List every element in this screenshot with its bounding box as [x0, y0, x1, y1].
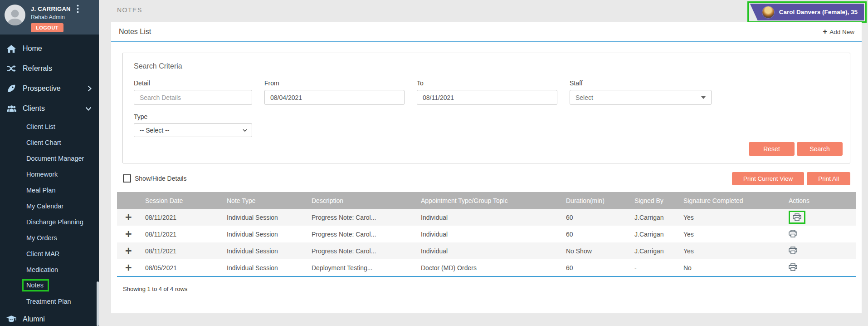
main-area: NOTES Carol Danvers (Female), 35 Notes L…	[99, 0, 868, 326]
printer-icon	[789, 263, 797, 271]
cell-session-date: 08/11/2021	[138, 209, 219, 226]
show-hide-details-checkbox[interactable]	[123, 174, 131, 183]
from-label: From	[264, 79, 405, 87]
cell-signature-completed: No	[676, 259, 781, 276]
patient-avatar	[762, 6, 775, 19]
sidebar-item-label: Alumni	[23, 315, 45, 323]
cell-duration: No Show	[559, 242, 627, 259]
expand-row-button[interactable]: +	[124, 246, 132, 255]
sub-item-label: Meal Plan	[26, 187, 55, 194]
table-row: + 08/11/2021 Individual Session Progress…	[117, 209, 856, 226]
sidebar-item-client-list[interactable]: Client List	[0, 119, 99, 134]
print-row-button[interactable]	[793, 213, 801, 221]
rocket-icon	[6, 84, 16, 93]
patient-name: Carol Danvers (Female), 35	[779, 9, 858, 15]
sub-item-label: Document Manager	[26, 155, 84, 162]
sidebar-item-treatment-plan[interactable]: Treatment Plan	[0, 293, 99, 309]
users-icon	[6, 105, 16, 112]
cell-signed-by: J.Carrigan	[627, 226, 676, 242]
expand-row-button[interactable]: +	[124, 229, 132, 238]
sidebar-item-document-manager[interactable]: Document Manager	[0, 150, 99, 166]
col-appointment: Appointment Type/Group Topic	[414, 192, 559, 209]
sidebar-item-my-orders[interactable]: My Orders	[0, 230, 99, 246]
notes-table: Session Date Note Type Description Appoi…	[117, 192, 856, 277]
sidebar-item-medication[interactable]: Medication	[0, 262, 99, 277]
sidebar-item-discharge-planning[interactable]: Discharge Planning	[0, 214, 99, 230]
cell-note-type: Individual Session	[219, 226, 304, 242]
chevron-down-icon	[85, 107, 92, 111]
staff-select-value: Select	[575, 94, 593, 101]
col-signature-completed: Signature Completed	[676, 192, 781, 209]
printer-icon	[789, 230, 797, 237]
type-select-value: -- Select --	[140, 127, 169, 134]
print-current-view-button[interactable]: Print Current View	[732, 172, 804, 185]
col-signed-by: Signed By	[627, 192, 676, 209]
sidebar-item-home[interactable]: Home	[0, 39, 99, 59]
user-panel: J. CARRIGAN Rehab Admin LOGOUT	[0, 0, 99, 35]
print-row-button[interactable]	[789, 263, 797, 271]
cell-signed-by: -	[627, 259, 676, 276]
kebab-menu-icon[interactable]	[77, 5, 79, 13]
cell-duration: 60	[559, 259, 627, 276]
patient-badge[interactable]: Carol Danvers (Female), 35	[750, 4, 864, 20]
cell-session-date: 08/11/2021	[138, 226, 219, 242]
shuffle-icon	[6, 64, 16, 73]
table-header-row: Session Date Note Type Description Appoi…	[117, 192, 856, 209]
sidebar-item-clients[interactable]: Clients	[0, 99, 99, 119]
cell-appointment: Individual	[414, 209, 559, 226]
sidebar-item-meal-plan[interactable]: Meal Plan	[0, 182, 99, 198]
print-row-button[interactable]	[789, 247, 797, 254]
topbar: NOTES Carol Danvers (Female), 35	[99, 0, 868, 22]
caret-down-icon	[701, 96, 706, 99]
sidebar-nav: Home Referrals	[0, 35, 99, 326]
clients-submenu: Client List Client Chart Document Manage…	[0, 119, 99, 309]
notes-card: Notes List + Add New Search Criteria Det…	[111, 22, 862, 313]
col-actions: Actions	[781, 192, 856, 209]
cell-note-type: Individual Session	[219, 209, 304, 226]
user-role: Rehab Admin	[31, 14, 71, 20]
sub-item-label: Client MAR	[26, 250, 59, 257]
cell-description: Progress Note: Carol...	[304, 242, 414, 259]
sidebar-item-client-mar[interactable]: Client MAR	[0, 246, 99, 262]
table-row: + 08/05/2021 Individual Session Deployme…	[117, 259, 856, 276]
show-hide-details-toggle[interactable]: Show/Hide Details	[123, 174, 186, 183]
table-row-count: Showing 1 to 4 of 4 rows	[117, 286, 856, 292]
expand-row-button[interactable]: +	[124, 212, 132, 222]
logout-button[interactable]: LOGOUT	[31, 23, 63, 32]
staff-label: Staff	[570, 79, 712, 87]
print-annotation-box	[789, 211, 805, 224]
cell-appointment: Doctor (MD) Orders	[414, 259, 559, 276]
reset-button[interactable]: Reset	[749, 142, 795, 156]
sidebar-item-alumni[interactable]: Alumni	[0, 309, 99, 326]
sidebar-item-label: Prospective	[23, 84, 61, 93]
expand-row-button[interactable]: +	[124, 263, 132, 272]
cell-signature-completed: Yes	[676, 242, 781, 259]
table-bottom-divider	[117, 276, 856, 277]
cell-signature-completed: Yes	[676, 226, 781, 242]
sidebar-item-homework[interactable]: Homework	[0, 166, 99, 182]
search-criteria-panel: Search Criteria Detail From To	[122, 53, 850, 163]
sidebar-item-my-calendar[interactable]: My Calendar	[0, 198, 99, 214]
from-date-input[interactable]	[264, 90, 405, 105]
add-new-button[interactable]: + Add New	[823, 27, 854, 36]
col-description: Description	[304, 192, 414, 209]
sidebar-item-notes[interactable]: Notes	[0, 277, 99, 293]
staff-select[interactable]: Select	[570, 90, 712, 105]
search-button[interactable]: Search	[797, 142, 843, 156]
type-select[interactable]: -- Select --	[134, 123, 252, 137]
sidebar-item-prospective[interactable]: Prospective	[0, 79, 99, 99]
sub-item-label: Discharge Planning	[26, 218, 83, 226]
print-all-button[interactable]: Print All	[807, 172, 850, 185]
sidebar-item-client-chart[interactable]: Client Chart	[0, 134, 99, 150]
cell-appointment: Individual	[414, 242, 559, 259]
print-row-button[interactable]	[789, 230, 797, 237]
home-icon	[6, 45, 16, 53]
cell-appointment: Individual	[414, 226, 559, 242]
col-duration: Duration(min)	[559, 192, 627, 209]
detail-input[interactable]	[134, 90, 252, 105]
cell-description: Progress Note: Carol...	[304, 226, 414, 242]
sidebar-item-referrals[interactable]: Referrals	[0, 59, 99, 79]
notes-card-header: Notes List + Add New	[111, 22, 862, 42]
table-row: + 08/11/2021 Individual Session Progress…	[117, 226, 856, 242]
to-date-input[interactable]	[417, 90, 557, 105]
